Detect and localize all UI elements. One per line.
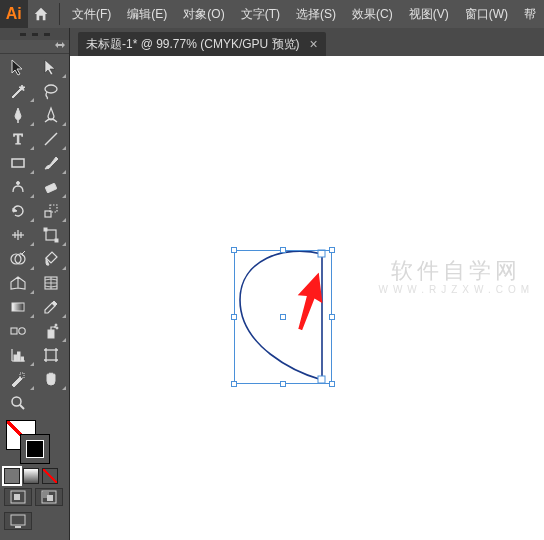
draw-mode-row xyxy=(0,486,69,512)
bbox-handle[interactable] xyxy=(280,381,286,387)
eraser-icon xyxy=(42,178,60,196)
app-shell: 未标题-1* @ 99.77% (CMYK/GPU 预览) × 软件自学网 WW… xyxy=(0,28,544,540)
submenu-indicator-icon xyxy=(62,242,66,246)
canvas-area[interactable]: 软件自学网 WWW.RJZXW.COM xyxy=(70,56,544,540)
app-topbar: Ai 文件(F)编辑(E)对象(O)文字(T)选择(S)效果(C)视图(V)窗口… xyxy=(0,0,544,28)
pen-tool[interactable] xyxy=(2,103,35,127)
color-mode-solid[interactable] xyxy=(4,468,20,484)
main-menu: 文件(F)编辑(E)对象(O)文字(T)选择(S)效果(C)视图(V)窗口(W)… xyxy=(64,0,544,28)
menu-item[interactable]: 文件(F) xyxy=(64,0,119,28)
draw-normal-button[interactable] xyxy=(4,488,32,506)
gradient-tool[interactable] xyxy=(2,295,35,319)
menu-item[interactable]: 文字(T) xyxy=(233,0,288,28)
cursor-icon xyxy=(9,58,27,76)
draw-normal-icon xyxy=(10,490,26,504)
menu-item[interactable]: 选择(S) xyxy=(288,0,344,28)
color-mode-none[interactable] xyxy=(42,468,58,484)
direct-selection-tool[interactable] xyxy=(35,55,68,79)
color-mode-row xyxy=(0,466,69,486)
bbox-handle[interactable] xyxy=(231,314,237,320)
mesh-tool[interactable] xyxy=(35,271,68,295)
symbol-sprayer-tool[interactable] xyxy=(35,319,68,343)
rotate-tool[interactable] xyxy=(2,199,35,223)
stroke-swatch[interactable] xyxy=(20,434,50,464)
shape-builder-tool[interactable] xyxy=(2,247,35,271)
artboard-tool[interactable] xyxy=(35,343,68,367)
cursor-white-icon xyxy=(42,58,60,76)
submenu-indicator-icon xyxy=(30,362,34,366)
tab-close-button[interactable]: × xyxy=(310,36,318,52)
swap-fill-stroke-icon[interactable] xyxy=(40,420,50,430)
zoom-tool[interactable] xyxy=(2,391,35,415)
bbox-handle[interactable] xyxy=(280,247,286,253)
lasso-icon xyxy=(42,82,60,100)
fill-stroke-control[interactable] xyxy=(0,416,69,466)
color-mode-gradient[interactable] xyxy=(23,468,39,484)
tools-panel xyxy=(0,28,70,540)
slice-tool[interactable] xyxy=(2,367,35,391)
menu-item[interactable]: 窗口(W) xyxy=(457,0,516,28)
menu-item[interactable]: 视图(V) xyxy=(401,0,457,28)
bbox-handle[interactable] xyxy=(329,381,335,387)
document-tab[interactable]: 未标题-1* @ 99.77% (CMYK/GPU 预览) × xyxy=(78,32,326,56)
panel-collapse-button[interactable] xyxy=(0,40,69,54)
eyedropper-tool[interactable] xyxy=(35,295,68,319)
bbox-handle[interactable] xyxy=(231,247,237,253)
type-tool[interactable] xyxy=(2,127,35,151)
paintbrush-tool[interactable] xyxy=(35,151,68,175)
menu-item[interactable]: 编辑(E) xyxy=(119,0,175,28)
free-transform-tool[interactable] xyxy=(35,223,68,247)
submenu-indicator-icon xyxy=(62,266,66,270)
perspective-grid-tool[interactable] xyxy=(2,271,35,295)
menu-item[interactable]: 帮 xyxy=(516,0,544,28)
scale-icon xyxy=(42,202,60,220)
eraser-tool[interactable] xyxy=(35,175,68,199)
live-paint-tool[interactable] xyxy=(35,247,68,271)
draw-behind-button[interactable] xyxy=(35,488,63,506)
hand-tool[interactable] xyxy=(35,367,68,391)
default-fill-stroke-icon[interactable] xyxy=(6,454,16,464)
rect-icon xyxy=(9,154,27,172)
eyedropper-icon xyxy=(42,298,60,316)
submenu-indicator-icon xyxy=(62,386,66,390)
blend-tool[interactable] xyxy=(2,319,35,343)
submenu-indicator-icon xyxy=(30,194,34,198)
magic-wand-tool[interactable] xyxy=(2,79,35,103)
column-graph-tool[interactable] xyxy=(2,343,35,367)
bbox-handle[interactable] xyxy=(329,314,335,320)
submenu-indicator-icon xyxy=(30,386,34,390)
brush-icon xyxy=(42,154,60,172)
app-logo-text: Ai xyxy=(6,5,22,23)
curve-pen-icon xyxy=(42,106,60,124)
screen-mode-button[interactable] xyxy=(4,512,32,530)
rectangle-tool[interactable] xyxy=(2,151,35,175)
submenu-indicator-icon xyxy=(30,98,34,102)
bbox-center[interactable] xyxy=(280,314,286,320)
shaper-icon xyxy=(9,178,27,196)
shaper-tool[interactable] xyxy=(2,175,35,199)
pen-icon xyxy=(9,106,27,124)
lasso-tool[interactable] xyxy=(35,79,68,103)
selection-tool[interactable] xyxy=(2,55,35,79)
divider xyxy=(59,3,60,25)
graph-icon xyxy=(9,346,27,364)
bbox-handle[interactable] xyxy=(231,381,237,387)
perspective-icon xyxy=(9,274,27,292)
menu-item[interactable]: 效果(C) xyxy=(344,0,401,28)
home-button[interactable] xyxy=(28,0,56,28)
app-logo: Ai xyxy=(0,0,28,28)
canvas-column: 未标题-1* @ 99.77% (CMYK/GPU 预览) × 软件自学网 WW… xyxy=(70,28,544,540)
slice-icon xyxy=(9,370,27,388)
width-tool[interactable] xyxy=(2,223,35,247)
bbox-handle[interactable] xyxy=(329,247,335,253)
panel-grip[interactable] xyxy=(0,28,69,40)
document-tab-label: 未标题-1* @ 99.77% (CMYK/GPU 预览) xyxy=(86,36,300,53)
screen-mode-row xyxy=(0,512,69,536)
rotate-icon xyxy=(9,202,27,220)
submenu-indicator-icon xyxy=(30,122,34,126)
scale-tool[interactable] xyxy=(35,199,68,223)
menu-item[interactable]: 对象(O) xyxy=(175,0,232,28)
curvature-tool[interactable] xyxy=(35,103,68,127)
line-tool[interactable] xyxy=(35,127,68,151)
document-tabbar: 未标题-1* @ 99.77% (CMYK/GPU 预览) × xyxy=(70,28,544,56)
